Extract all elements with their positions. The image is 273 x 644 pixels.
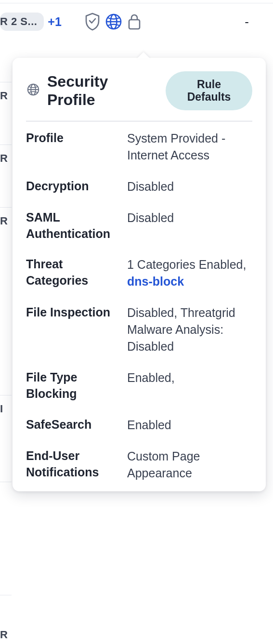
globe-icon xyxy=(26,82,40,99)
value-end-user-notifications: Custom Page Appearance xyxy=(127,448,252,482)
value-safesearch: Enabled xyxy=(127,417,252,434)
bg-row-label: R xyxy=(0,629,12,641)
row-safesearch: SafeSearch Enabled xyxy=(26,417,252,434)
profile-details-list: Profile System Provided - Internet Acces… xyxy=(26,130,252,482)
value-file-inspection: Disabled, Threatgrid Malware Analysis: D… xyxy=(127,304,252,355)
value-threat-categories: 1 Categories Enabled, dns-block xyxy=(127,256,252,290)
bg-row-label: R xyxy=(0,215,12,227)
value-profile: System Provided - Internet Access xyxy=(127,130,252,164)
dns-block-link[interactable]: dns-block xyxy=(127,275,184,288)
globe-icon[interactable] xyxy=(104,12,123,31)
value-saml: Disabled xyxy=(127,210,252,226)
label-file-inspection: File Inspection xyxy=(26,304,127,321)
bg-row-label: I xyxy=(0,403,12,415)
shield-check-icon[interactable] xyxy=(84,12,101,31)
label-end-user-notifications: End-User Notifications xyxy=(26,448,127,481)
label-safesearch: SafeSearch xyxy=(26,417,127,433)
row-saml: SAML Authentication Disabled xyxy=(26,210,252,242)
row-file-type-blocking: File Type Blocking Enabled, xyxy=(26,369,252,402)
label-file-type-blocking: File Type Blocking xyxy=(26,369,127,402)
row-decryption: Decryption Disabled xyxy=(26,178,252,195)
label-decryption: Decryption xyxy=(26,178,127,195)
popover-title: Security Profile xyxy=(47,72,159,109)
label-profile: Profile xyxy=(26,130,127,146)
label-saml: SAML Authentication xyxy=(26,210,127,242)
divider xyxy=(26,121,252,121)
background-table-column: R R R I R xyxy=(0,0,12,644)
security-profile-popover: Security Profile Rule Defaults Profile S… xyxy=(13,58,266,491)
row-profile: Profile System Provided - Internet Acces… xyxy=(26,130,252,164)
row-end-user-notifications: End-User Notifications Custom Page Appea… xyxy=(26,448,252,482)
row-threat-categories: Threat Categories 1 Categories Enabled, … xyxy=(26,256,252,290)
security-icons-group xyxy=(84,12,143,31)
rule-defaults-badge[interactable]: Rule Defaults xyxy=(166,71,252,110)
value-file-type-blocking: Enabled, xyxy=(127,369,252,386)
label-threat-categories: Threat Categories xyxy=(26,256,127,289)
lock-icon[interactable] xyxy=(126,12,143,31)
more-tags-link[interactable]: +1 xyxy=(48,15,62,29)
tag-chip[interactable]: R 2 S... xyxy=(0,13,44,31)
bg-row-label: R xyxy=(0,152,12,165)
value-decryption: Disabled xyxy=(127,178,252,195)
svg-rect-3 xyxy=(129,20,140,29)
cell-empty-dash: - xyxy=(245,14,249,29)
table-row-header: R 2 S... +1 - xyxy=(0,3,273,31)
threat-categories-text: 1 Categories Enabled, xyxy=(127,258,246,271)
bg-row-label: R xyxy=(0,90,12,102)
row-file-inspection: File Inspection Disabled, Threatgrid Mal… xyxy=(26,304,252,355)
